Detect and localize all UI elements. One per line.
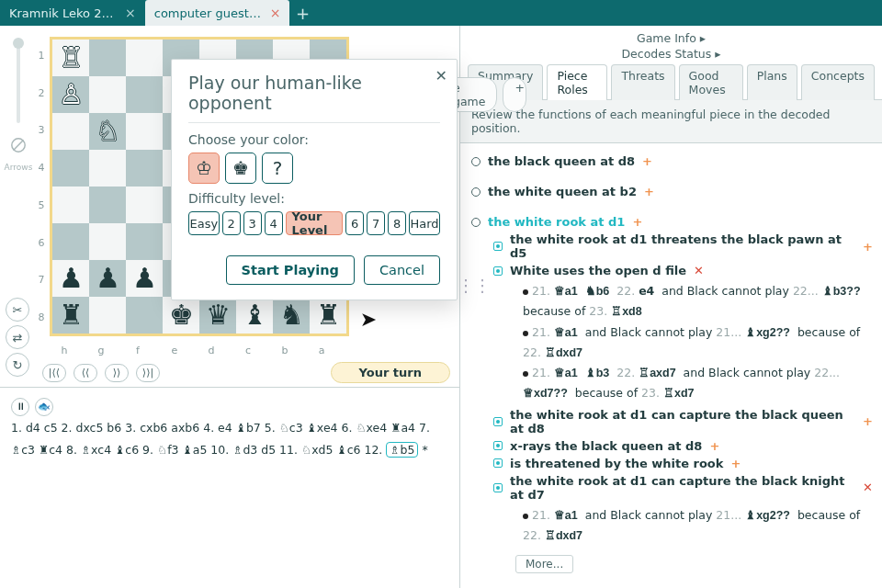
node-threatens-d5[interactable]: the white rook at d1 threatens the black… xyxy=(510,232,855,260)
square-g4[interactable] xyxy=(89,150,126,187)
play-opponent-modal: ✕ Play our human-like opponent Choose yo… xyxy=(171,59,458,300)
move-list[interactable]: ⏸🐟 1. d4 c5 2. dxc5 b6 3. cxb6 axb6 4. e… xyxy=(0,387,459,588)
difficulty-4[interactable]: 4 xyxy=(265,211,283,235)
color-white[interactable]: ♔ xyxy=(188,153,220,184)
expand-icon[interactable]: + xyxy=(642,154,652,168)
expand-icon[interactable]: + xyxy=(632,215,642,229)
square-f4[interactable] xyxy=(126,150,163,187)
close-icon[interactable]: × xyxy=(270,6,281,19)
nav-next[interactable]: ⟩⟩ xyxy=(105,364,129,382)
tool-scissors[interactable]: ✂ xyxy=(6,298,29,322)
right-header: Game Info ▸ Decodes Status ▸ xyxy=(460,26,882,64)
expand-icon[interactable]: + xyxy=(863,414,873,428)
node-white-rook-d1[interactable]: the white rook at d1 xyxy=(488,215,625,229)
square-f1[interactable] xyxy=(126,40,163,76)
difficulty-easy[interactable]: Easy xyxy=(188,211,220,235)
color-black[interactable]: ♚ xyxy=(225,153,256,184)
difficulty-8[interactable]: 8 xyxy=(388,211,406,235)
node-xrays-queen[interactable]: x-rays the black queen at d8 xyxy=(510,439,702,453)
tab-computer-guest[interactable]: computer guest 2021.0… × xyxy=(145,0,290,26)
svg-line-1 xyxy=(14,141,24,151)
difficulty-2[interactable]: 2 xyxy=(222,211,241,235)
tab-piece-roles[interactable]: Piece Roles xyxy=(547,64,607,100)
node-capture-queen[interactable]: the white rook at d1 can capture the bla… xyxy=(510,408,855,435)
square-h4[interactable] xyxy=(52,150,89,187)
square-h5[interactable] xyxy=(52,187,89,223)
tab-bar: Kramnik Leko 2001 × computer guest 2021.… xyxy=(0,0,882,26)
analysis-tools: ✂ ⇄ ↻ xyxy=(6,298,29,377)
nav-last[interactable]: ⟩⟩| xyxy=(136,364,160,382)
square-g5[interactable] xyxy=(89,187,126,223)
square-h1[interactable]: ♖ xyxy=(52,40,89,76)
cancel-button[interactable]: Cancel xyxy=(364,255,440,285)
close-icon[interactable]: ✕ xyxy=(435,67,447,85)
square-h7[interactable]: ♟ xyxy=(52,260,89,297)
expand-icon[interactable]: + xyxy=(709,439,719,453)
square-g6[interactable] xyxy=(89,223,126,260)
close-icon[interactable]: × xyxy=(125,6,136,19)
expand-icon[interactable]: + xyxy=(644,185,654,198)
square-f6[interactable] xyxy=(126,223,163,260)
expand-icon[interactable]: + xyxy=(730,457,741,470)
more-button[interactable]: More... xyxy=(515,555,573,573)
square-f7[interactable]: ♟ xyxy=(126,260,163,297)
collapse-icon[interactable]: ✕ xyxy=(694,264,704,277)
node-open-d-file[interactable]: White uses the open d file xyxy=(510,264,686,277)
square-d8[interactable]: ♛ xyxy=(199,297,236,334)
start-playing-button[interactable]: Start Playing xyxy=(226,255,355,285)
column-resize-handle[interactable]: ⋮⋮ xyxy=(458,276,491,295)
collapse-icon[interactable]: ✕ xyxy=(863,481,873,494)
node-capture-knight[interactable]: the white rook at d1 can capture the bla… xyxy=(510,474,855,502)
difficulty-7[interactable]: 7 xyxy=(367,211,385,235)
square-h2[interactable]: ♙ xyxy=(52,76,89,113)
tab-kramnik[interactable]: Kramnik Leko 2001 × xyxy=(0,0,145,26)
decodes-status-link[interactable]: Decodes Status ▸ xyxy=(621,47,720,61)
tab-plans[interactable]: Plans xyxy=(747,64,797,100)
square-f3[interactable] xyxy=(126,113,163,150)
tab-concepts[interactable]: Concepts xyxy=(801,64,875,100)
node-black-queen[interactable]: the black queen at d8 xyxy=(488,154,635,168)
square-a8[interactable]: ♜ xyxy=(310,297,346,334)
color-random[interactable]: ? xyxy=(262,153,293,184)
pill-plus[interactable]: + xyxy=(503,77,526,112)
nav-prev[interactable]: ⟨⟨ xyxy=(74,364,97,382)
expand-icon[interactable]: + xyxy=(863,240,873,254)
fish-icon[interactable]: 🐟 xyxy=(35,398,53,416)
pause-icon[interactable]: ⏸ xyxy=(11,398,29,416)
nav-first[interactable]: |⟨⟨ xyxy=(42,364,66,382)
board-size-slider[interactable] xyxy=(17,40,20,123)
variation-line: 21. ♕a1 ♞b6 22. e4 and Black cannot play… xyxy=(523,281,873,322)
add-tab-button[interactable]: + xyxy=(289,0,315,26)
tool-swap[interactable]: ⇄ xyxy=(6,325,29,349)
square-f5[interactable] xyxy=(126,187,163,223)
square-c8[interactable]: ♝ xyxy=(236,297,273,334)
square-b8[interactable]: ♞ xyxy=(273,297,310,334)
game-info-link[interactable]: Game Info ▸ xyxy=(637,31,706,45)
piece-roles-tree[interactable]: the black queen at d8 + the white queen … xyxy=(460,143,882,588)
board-side-tools: Arrows xyxy=(4,37,33,336)
square-g1[interactable] xyxy=(89,40,126,76)
square-g7[interactable]: ♟ xyxy=(89,260,126,297)
square-g2[interactable] xyxy=(89,76,126,113)
current-move[interactable]: ♗b5 xyxy=(386,442,418,458)
square-g8[interactable] xyxy=(89,297,126,334)
tool-refresh[interactable]: ↻ xyxy=(6,353,29,377)
tab-threats[interactable]: Threats xyxy=(611,64,674,100)
square-f8[interactable] xyxy=(126,297,163,334)
difficulty-6[interactable]: 6 xyxy=(345,211,364,235)
node-white-queen[interactable]: the white queen at b2 xyxy=(488,185,637,198)
no-arrows-icon[interactable] xyxy=(7,134,29,156)
difficulty-hard[interactable]: Hard xyxy=(409,211,440,235)
tab-label: computer guest 2021.0… xyxy=(154,6,265,20)
square-h8[interactable]: ♜ xyxy=(52,297,89,334)
square-e8[interactable]: ♚ xyxy=(163,297,199,334)
square-h3[interactable] xyxy=(52,113,89,150)
difficulty-your-level[interactable]: Your Level xyxy=(286,211,344,235)
arrows-label: Arrows xyxy=(5,164,33,172)
difficulty-3[interactable]: 3 xyxy=(243,211,262,235)
square-f2[interactable] xyxy=(126,76,163,113)
node-threatened[interactable]: is threatened by the white rook xyxy=(510,457,723,470)
square-h6[interactable] xyxy=(52,223,89,260)
square-g3[interactable]: ♘ xyxy=(89,113,126,150)
tab-good-moves[interactable]: Good Moves xyxy=(679,64,743,100)
